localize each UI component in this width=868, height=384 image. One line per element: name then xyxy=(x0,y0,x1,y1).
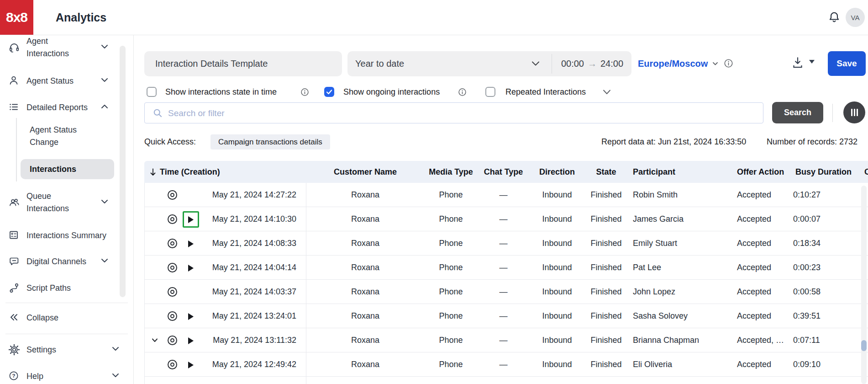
download-button[interactable] xyxy=(791,56,805,71)
search-input[interactable] xyxy=(167,103,758,124)
row-busy-duration: 0:18:34 xyxy=(793,231,852,255)
chevron-down-icon[interactable] xyxy=(602,89,612,98)
eye-view-button[interactable] xyxy=(168,311,177,321)
info-icon[interactable] xyxy=(300,88,309,98)
table-scrollbar-track[interactable] xyxy=(861,186,867,384)
row-participant: John Lopez xyxy=(633,280,731,304)
row-participant: Eli Oliveria xyxy=(633,352,731,376)
row-time: May 21, 2024 14:27:22 xyxy=(199,183,296,207)
row-direction: Inbound xyxy=(530,352,584,376)
row-direction: Inbound xyxy=(530,304,584,328)
filter-checkbox[interactable] xyxy=(324,87,334,97)
quick-access-chip[interactable]: Campaign transactions details xyxy=(210,134,330,149)
row-chat-type: — xyxy=(477,256,530,279)
table-row[interactable]: May 21, 2024 14:04:14 Roxana Phone — Inb… xyxy=(144,256,868,280)
download-options-caret[interactable] xyxy=(809,60,815,64)
timezone-link[interactable]: Europe/Moscow xyxy=(638,51,708,76)
row-busy-duration: 0:09:10 xyxy=(793,352,852,376)
play-button[interactable] xyxy=(183,235,199,252)
column-header-chat-type[interactable]: Chat Type xyxy=(477,161,530,183)
row-direction: Inbound xyxy=(530,256,584,279)
template-name-input[interactable]: Interaction Details Template xyxy=(144,51,342,76)
checkbox-label: Show interactions state in time xyxy=(165,87,277,97)
info-icon[interactable] xyxy=(458,88,467,98)
eye-view-button[interactable] xyxy=(168,214,177,224)
detailed-list-icon xyxy=(8,101,20,113)
column-header-direction[interactable]: Direction xyxy=(530,161,584,183)
sidebar-subitem-agent-status-change[interactable]: Agent Status Change xyxy=(21,123,114,149)
column-header-state[interactable]: State xyxy=(584,161,628,183)
column-header-offer-action[interactable]: Offer Action xyxy=(737,161,784,183)
bell-icon[interactable] xyxy=(827,11,841,25)
play-button[interactable] xyxy=(183,332,199,349)
column-header-time[interactable]: Time (Creation) xyxy=(149,161,220,183)
avatar[interactable]: VA xyxy=(846,8,865,27)
table-left-border xyxy=(144,183,145,384)
column-header-participant[interactable]: Participant xyxy=(633,161,675,183)
eye-icon xyxy=(168,360,177,369)
eye-view-button[interactable] xyxy=(168,287,177,297)
row-media-type: Phone xyxy=(425,231,477,255)
quick-access-chip-label: Campaign transactions details xyxy=(218,138,322,147)
eye-view-button[interactable] xyxy=(168,239,177,248)
sidebar-subitem-interactions[interactable]: Interactions xyxy=(21,159,114,179)
table-scrollbar-thumb[interactable] xyxy=(861,340,867,351)
sidebar-item-agent-interactions[interactable]: Agent Interactions xyxy=(4,35,118,60)
flow-icon xyxy=(8,282,20,294)
table-row[interactable]: May 21, 2024 14:03:37 Roxana Phone — Inb… xyxy=(144,280,868,304)
play-button[interactable] xyxy=(183,260,199,276)
table-row[interactable]: May 21, 2024 13:24:01 Roxana Phone — Inb… xyxy=(144,304,868,328)
columns-button[interactable] xyxy=(843,101,865,123)
filter-checkbox[interactable] xyxy=(485,87,495,97)
column-header-media-type[interactable]: Media Type xyxy=(425,161,477,183)
sidebar-item-agent-status[interactable]: Agent Status xyxy=(4,71,118,91)
table-row[interactable]: May 21, 2024 12:49:42 Roxana Phone — Inb… xyxy=(144,352,868,377)
row-time: May 21, 2024 14:03:37 xyxy=(199,280,296,304)
eye-view-button[interactable] xyxy=(168,360,177,369)
person-icon xyxy=(8,75,20,87)
eye-view-button[interactable] xyxy=(168,263,177,272)
sidebar-item-settings[interactable]: Settings xyxy=(4,340,118,360)
table-row[interactable]: May 21, 2024 14:10:30 Roxana Phone — Inb… xyxy=(144,207,868,231)
row-offer-action: Accepted, … xyxy=(737,328,791,352)
play-button[interactable] xyxy=(183,308,199,325)
date-time-divider xyxy=(552,54,552,74)
eye-icon xyxy=(168,214,177,224)
filter-checkbox[interactable] xyxy=(147,87,157,97)
time-to-value: 24:00 xyxy=(600,59,623,69)
timezone-info-icon[interactable] xyxy=(724,59,733,70)
eye-view-button[interactable] xyxy=(168,336,177,345)
row-participant: Pat Lee xyxy=(633,256,731,279)
expand-chevron-icon[interactable] xyxy=(151,336,159,346)
sidebar-scrollbar[interactable] xyxy=(120,46,126,297)
column-header-busy-duration[interactable]: Busy Duration xyxy=(795,161,852,183)
quick-access-label: Quick Access: xyxy=(144,134,196,149)
sidebar-item-help[interactable]: ? Help xyxy=(4,366,118,384)
chevron-down-icon xyxy=(110,344,121,356)
question-icon: ? xyxy=(8,370,20,382)
table-row[interactable]: May 21, 2024 14:27:22 Roxana Phone — Inb… xyxy=(144,183,868,207)
sort-desc-icon xyxy=(149,168,157,176)
row-state: Finished xyxy=(584,183,628,207)
save-button[interactable]: Save xyxy=(828,51,866,76)
column-header-customer-name[interactable]: Customer Name xyxy=(306,161,425,183)
table-row[interactable]: May 21, 2024 13:11:32 Roxana Phone — Inb… xyxy=(144,328,868,352)
play-button[interactable] xyxy=(183,211,199,228)
sidebar-item-script-paths[interactable]: Script Paths xyxy=(4,278,118,298)
date-range-value: Year to date xyxy=(355,51,404,76)
sidebar-item-queue-interactions[interactable]: Queue Interactions xyxy=(4,190,118,215)
sidebar-item-detailed-reports[interactable]: Detailed Reports xyxy=(4,97,118,117)
eye-icon xyxy=(168,190,177,200)
time-range-picker[interactable]: 00:00 → 24:00 xyxy=(558,51,626,76)
eye-view-button[interactable] xyxy=(168,190,177,200)
sidebar-item-digital-channels[interactable]: Digital Channels xyxy=(4,251,118,272)
play-button[interactable] xyxy=(183,357,199,373)
eye-icon xyxy=(168,287,177,297)
row-customer-name: Roxana xyxy=(306,256,425,279)
column-header-partial[interactable]: C xyxy=(864,161,868,183)
row-busy-duration: 0:00:58 xyxy=(793,280,852,304)
table-row[interactable]: May 21, 2024 14:08:33 Roxana Phone — Inb… xyxy=(144,231,868,256)
sidebar-item-interactions-summary[interactable]: Interactions Summary xyxy=(4,225,118,245)
search-button[interactable]: Search xyxy=(772,102,823,123)
collapse-button[interactable]: Collapse xyxy=(4,308,118,328)
